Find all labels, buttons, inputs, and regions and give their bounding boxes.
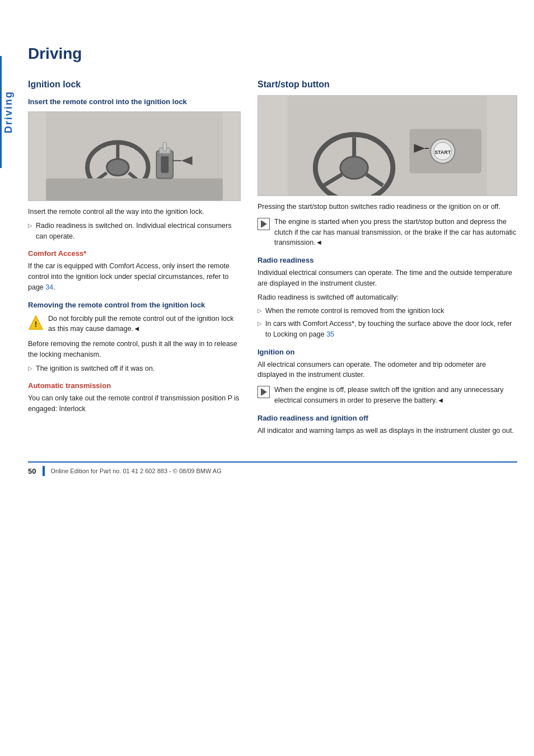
insert-remote-bullet: ▷ Radio readiness is switched on. Indivi… — [28, 221, 241, 242]
ignition-on-heading: Ignition on — [257, 348, 517, 356]
insert-remote-bullet-text: Radio readiness is switched on. Individu… — [36, 221, 241, 242]
comfort-access-link[interactable]: 34 — [45, 283, 53, 291]
right-column: Start/stop button START — [257, 80, 517, 439]
note-icon-2 — [257, 386, 270, 398]
svg-rect-6 — [46, 179, 223, 201]
comfort-access-body: If the car is equipped with Comfort Acce… — [28, 261, 241, 292]
insert-remote-section: Insert the remote control into the ignit… — [28, 97, 241, 241]
ignition-lock-image — [28, 111, 241, 201]
side-tab-label: Driving — [3, 91, 15, 133]
svg-point-2 — [107, 159, 129, 176]
start-stop-body1: Pressing the start/stop button switches … — [257, 202, 517, 212]
note-text-engine-start: The engine is started when you press the… — [274, 217, 517, 248]
locking-link[interactable]: 35 — [326, 330, 334, 338]
svg-rect-10 — [163, 142, 166, 151]
radio-readiness-section: Radio readiness Individual electrical co… — [257, 256, 517, 340]
auto-transmission-heading: Automatic transmission — [28, 381, 241, 390]
radio-ignition-off-heading: Radio readiness and ignition off — [257, 414, 517, 422]
bullet-arrow-icon-2: ▷ — [28, 364, 32, 372]
radio-ignition-off-body1: All indicator and warning lamps as well … — [257, 426, 517, 436]
page-number: 50 — [28, 467, 36, 475]
bullet-arrow-icon-3: ▷ — [257, 306, 262, 315]
radio-readiness-bullet2-text: In cars with Comfort Access*, by touchin… — [265, 319, 517, 340]
note-icon-1 — [257, 218, 270, 230]
left-column: Ignition lock Insert the remote control … — [28, 80, 241, 439]
warning-box: ! Do not forcibly pull the remote contro… — [28, 314, 241, 335]
page-title: Driving — [28, 45, 517, 63]
side-tab: Driving — [0, 56, 16, 168]
radio-readiness-bullet1-text: When the remote control is removed from … — [265, 306, 444, 316]
svg-rect-8 — [161, 156, 168, 173]
footer-bar — [43, 466, 45, 476]
page-content: Driving Ignition lock Insert the remote … — [28, 0, 517, 476]
note-arrow-icon-2 — [261, 388, 267, 396]
start-stop-image: START — [257, 95, 517, 196]
remove-remote-heading: Removing the remote control from the ign… — [28, 301, 241, 309]
note-box-engine-start: The engine is started when you press the… — [257, 217, 517, 248]
bullet-arrow-icon-4: ▷ — [257, 319, 262, 328]
ignition-lock-heading: Ignition lock — [28, 80, 241, 90]
warning-text: Do not forcibly pull the remote control … — [48, 314, 241, 335]
page-footer: 50 Online Edition for Part no. 01 41 2 6… — [28, 461, 517, 476]
insert-remote-heading: Insert the remote control into the ignit… — [28, 97, 241, 106]
svg-text:!: ! — [35, 320, 38, 329]
comfort-access-heading: Comfort Access* — [28, 249, 241, 258]
ignition-on-body1: All electrical consumers can operate. Th… — [257, 360, 517, 381]
footer-text: Online Edition for Part no. 01 41 2 602 … — [50, 468, 221, 474]
note-text-ignition: When the engine is off, please switch of… — [274, 385, 517, 406]
bullet-arrow-icon: ▷ — [28, 221, 32, 230]
svg-text:START: START — [434, 150, 451, 155]
ignition-on-section: Ignition on All electrical consumers can… — [257, 348, 517, 406]
remove-remote-body1: Before removing the remote control, push… — [28, 339, 241, 360]
two-column-layout: Ignition lock Insert the remote control … — [28, 80, 517, 439]
start-stop-heading: Start/stop button — [257, 80, 517, 90]
radio-readiness-bullet2: ▷ In cars with Comfort Access*, by touch… — [257, 319, 517, 340]
auto-transmission-body: You can only take out the remote control… — [28, 393, 241, 414]
auto-transmission-section: Automatic transmission You can only take… — [28, 381, 241, 414]
svg-point-17 — [340, 157, 368, 179]
remove-remote-section: Removing the remote control from the ign… — [28, 301, 241, 374]
note-arrow-icon — [261, 220, 267, 228]
note-box-ignition: When the engine is off, please switch of… — [257, 385, 517, 406]
radio-readiness-body1: Individual electrical consumers can oper… — [257, 268, 517, 289]
warning-triangle-icon: ! — [28, 315, 44, 330]
comfort-access-section: Comfort Access* If the car is equipped w… — [28, 249, 241, 292]
radio-readiness-bullet1: ▷ When the remote control is removed fro… — [257, 306, 517, 316]
radio-ignition-off-section: Radio readiness and ignition off All ind… — [257, 414, 517, 436]
insert-remote-body: Insert the remote control all the way in… — [28, 207, 241, 217]
remove-remote-bullet-text: The ignition is switched off if it was o… — [36, 363, 154, 374]
radio-readiness-heading: Radio readiness — [257, 256, 517, 264]
radio-readiness-body2: Radio readiness is switched off automati… — [257, 292, 517, 303]
remove-remote-bullet: ▷ The ignition is switched off if it was… — [28, 363, 241, 374]
